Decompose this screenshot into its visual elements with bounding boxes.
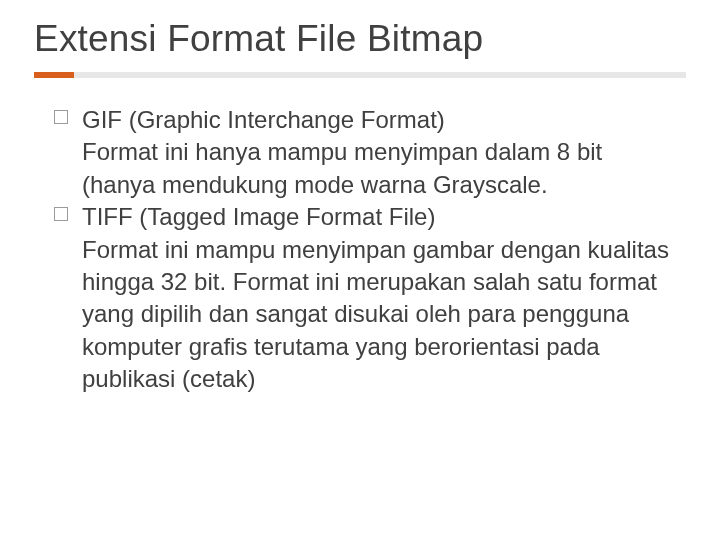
- item-detail: Format ini hanya mampu menyimpan dalam 8…: [82, 136, 680, 201]
- item-heading: TIFF (Tagged Image Format File): [82, 201, 680, 233]
- page-title: Extensi Format File Bitmap: [34, 18, 686, 60]
- item-heading: GIF (Graphic Interchange Format): [82, 104, 680, 136]
- square-bullet-icon: [54, 110, 68, 124]
- list-item-content: GIF (Graphic Interchange Format) Format …: [82, 104, 680, 201]
- slide: Extensi Format File Bitmap GIF (Graphic …: [0, 0, 720, 540]
- list-item: GIF (Graphic Interchange Format) Format …: [54, 104, 680, 201]
- body: GIF (Graphic Interchange Format) Format …: [34, 104, 686, 396]
- list-item: TIFF (Tagged Image Format File) Format i…: [54, 201, 680, 395]
- accent-bar: [34, 72, 74, 78]
- item-detail: Format ini mampu menyimpan gambar dengan…: [82, 234, 680, 396]
- square-bullet-icon: [54, 207, 68, 221]
- list-item-content: TIFF (Tagged Image Format File) Format i…: [82, 201, 680, 395]
- title-rule: [34, 72, 686, 78]
